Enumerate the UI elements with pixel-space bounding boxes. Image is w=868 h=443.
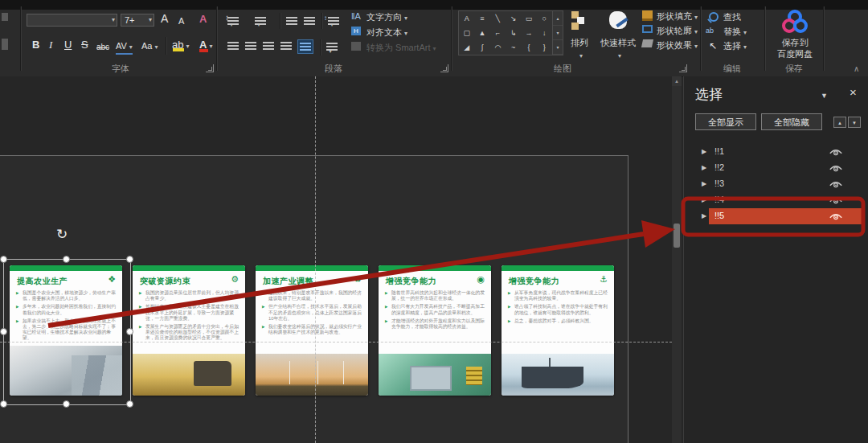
drawing-dialog-launcher[interactable] <box>679 64 687 72</box>
numbering-button[interactable] <box>255 15 260 30</box>
underline-button[interactable]: U <box>64 39 72 51</box>
group-separator <box>20 6 21 71</box>
scrollbar-up-icon[interactable]: ▲ <box>672 76 682 86</box>
selection-item-5-selected[interactable]: !!5 <box>684 208 868 224</box>
selection-item-2[interactable]: !!2 <box>684 160 868 176</box>
visibility-eye-icon[interactable] <box>829 146 843 157</box>
grow-font-button[interactable]: A <box>161 13 168 25</box>
find-button[interactable]: 查找 <box>723 11 741 23</box>
shape-arc-icon[interactable]: ◠ <box>490 40 506 55</box>
shape-rectangle-icon[interactable]: ▭ <box>521 11 536 26</box>
shape-triangle-icon[interactable]: ▲ <box>474 26 489 40</box>
shape-line-icon[interactable]: ╲ <box>490 11 506 26</box>
chevron-down-icon[interactable] <box>577 50 583 59</box>
vertical-guide[interactable] <box>315 76 316 443</box>
shape-scribble-icon[interactable]: ʃ <box>474 40 489 55</box>
horizontal-guide[interactable] <box>0 342 672 343</box>
card-enhance-competitiveness-1[interactable]: 增强竞争能力 ◉ 随着世界高科技的兴起和全球经济一体化的发展，统一的世界市场正在… <box>379 265 491 396</box>
selection-item-1[interactable]: !!1 <box>684 144 868 160</box>
shape-elbow-arrow-icon[interactable]: ↳ <box>506 26 521 40</box>
shape-gallery-scroll[interactable]: ▴ ▾ ▾ <box>552 10 563 55</box>
font-dialog-launcher[interactable] <box>206 64 214 72</box>
card-accelerate-industry-adjustment[interactable]: 加速产业调整 ♻ 建国以来，特别是改革开放以来，我国的经济建设取得了巨大成就。 … <box>256 265 368 396</box>
shape-right-brace-icon[interactable]: } <box>537 40 552 55</box>
shape-vertical-textbox-icon[interactable]: ≡ <box>474 11 489 26</box>
font-size-combobox[interactable]: 7+ ▾ <box>121 14 154 27</box>
visibility-eye-icon[interactable] <box>829 162 843 173</box>
line-spacing-button[interactable]: ↕ <box>328 15 334 30</box>
pane-close-icon[interactable]: × <box>850 85 857 99</box>
shape-left-brace-icon[interactable]: { <box>521 40 536 55</box>
visibility-eye-icon[interactable] <box>829 178 843 189</box>
move-down-button[interactable]: ▼ <box>848 117 861 128</box>
shape-rounded-rect-icon[interactable]: ▢ <box>459 26 474 40</box>
card-title: 增强竞争能力 <box>386 276 436 287</box>
gallery-scroll-down-icon[interactable]: ▾ <box>553 26 563 40</box>
shape-gallery[interactable]: A ≡ ╲ ↘ ▭ ○ ▢ ▲ ⌐ ↳ → ↓ ◢ ʃ ◠ ~ { } <box>458 10 553 55</box>
show-all-button[interactable]: 全部显示 <box>695 113 756 130</box>
shape-down-arrow-icon[interactable]: ↓ <box>537 26 552 40</box>
shape-freeform-icon[interactable]: ◢ <box>459 40 474 55</box>
shape-arrow-icon[interactable]: ↘ <box>506 11 521 26</box>
clear-formatting-button[interactable]: A <box>199 13 207 25</box>
pane-menu-caret-icon[interactable]: ▼ <box>821 92 828 100</box>
text-direction-button[interactable]: 文字方向 <box>366 11 407 23</box>
slide-canvas[interactable]: 提高农业生产 ❖ 我国是个农业大国，耕地资源少，劳动生产率低，需要解决养活的人口… <box>0 76 679 443</box>
shape-textbox-icon[interactable]: A <box>459 11 474 26</box>
shape-fill-button[interactable]: 形状填充 <box>657 10 698 23</box>
resize-handle-w[interactable] <box>0 328 7 335</box>
shape-effects-button[interactable]: 形状效果 <box>657 39 698 51</box>
italic-button[interactable]: I <box>49 39 52 51</box>
move-up-button[interactable]: ▲ <box>833 117 846 128</box>
shape-elbow-connector-icon[interactable]: ⌐ <box>490 26 506 40</box>
text-highlight-button[interactable]: ab <box>172 39 189 52</box>
paragraph-dialog-launcher[interactable] <box>440 64 448 72</box>
selection-item-3[interactable]: !!3 <box>684 176 868 192</box>
columns-button[interactable] <box>326 42 332 56</box>
highlight-color-swatch <box>173 48 184 51</box>
visibility-eye-icon[interactable] <box>829 211 843 221</box>
clipped-toolbar-icon[interactable] <box>2 13 8 21</box>
hide-all-button[interactable]: 全部隐藏 <box>761 113 822 130</box>
collapse-ribbon-icon[interactable]: ∧ <box>854 64 859 73</box>
card-enhance-competitiveness-2[interactable]: 增强竞争能力 ⚓ 从军事角度来说，现代战争在某种程度上已经演变为高科技的较量。 … <box>502 265 614 396</box>
bold-button[interactable]: B <box>32 39 39 51</box>
resize-handle-n[interactable] <box>63 256 70 263</box>
font-name-combobox[interactable]: ▾ <box>27 14 117 27</box>
scrollbar-thumb[interactable] <box>674 224 680 248</box>
bullets-button[interactable]: ⋮ <box>227 15 233 30</box>
resize-handle-s[interactable] <box>63 400 70 408</box>
bullet-item: 我国的资源总量虽位居世界前列，但人均资源占有量少。 <box>139 290 241 301</box>
chevron-down-icon[interactable]: ▾ <box>149 16 152 23</box>
resize-handle-e[interactable] <box>126 328 133 335</box>
shrink-font-button[interactable]: A <box>178 15 184 27</box>
distribute-text-button[interactable] <box>298 40 313 53</box>
shape-oval-icon[interactable]: ○ <box>537 11 552 26</box>
visibility-eye-icon[interactable] <box>829 195 843 205</box>
canvas-scrollbar[interactable]: ▲ <box>672 76 682 443</box>
align-text-button[interactable]: 对齐文本 <box>366 27 407 39</box>
text-shadow-button[interactable]: S <box>81 39 88 51</box>
shape-right-arrow-icon[interactable]: → <box>521 26 536 40</box>
shape-outline-button[interactable]: 形状轮廓 <box>657 25 698 37</box>
rotate-handle-icon[interactable]: ↻ <box>56 226 68 243</box>
change-case-button[interactable]: Aa <box>141 40 158 53</box>
selection-item-4[interactable]: !!4 <box>684 192 868 208</box>
card-break-resource-constraints[interactable]: 突破资源约束 ⚙ 我国的资源总量虽位居世界前列，但人均资源占有量少。 长期以来，… <box>133 265 245 396</box>
clipped-toolbar-icon[interactable] <box>2 39 8 50</box>
character-spacing-button[interactable]: AV <box>116 40 133 55</box>
chevron-down-icon[interactable]: ▾ <box>112 16 115 23</box>
resize-handle-nw[interactable] <box>0 256 7 263</box>
chevron-down-icon[interactable] <box>616 50 621 59</box>
resize-handle-ne[interactable] <box>126 256 133 263</box>
resize-handle-sw[interactable] <box>0 400 7 408</box>
gallery-scroll-up-icon[interactable]: ▴ <box>553 11 563 26</box>
separator <box>280 13 280 29</box>
replace-button[interactable]: 替换 <box>723 26 747 38</box>
shape-curve-icon[interactable]: ~ <box>506 40 521 55</box>
resize-handle-se[interactable] <box>126 400 133 408</box>
font-color-button[interactable]: A <box>199 39 212 52</box>
select-button[interactable]: 选择 <box>723 40 747 52</box>
strikethrough-button[interactable]: abc <box>96 41 109 53</box>
gallery-more-icon[interactable]: ▾ <box>553 40 563 55</box>
